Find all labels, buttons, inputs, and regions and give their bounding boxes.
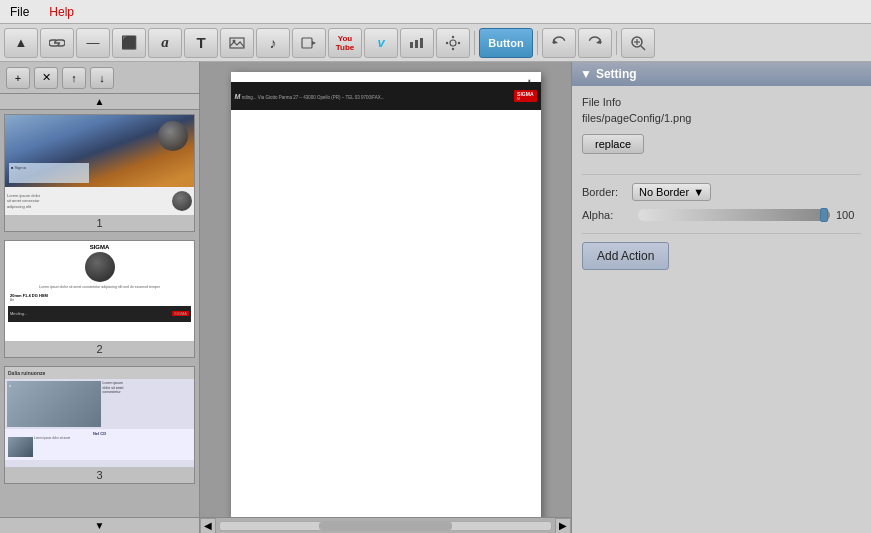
page-1-preview: ■ Sigma Lorem ipsum dolorsit amet consec… [5, 115, 194, 215]
svg-point-8 [450, 40, 456, 46]
scroll-left-btn[interactable]: ◀ [200, 518, 216, 534]
page-thumb-1[interactable]: ■ Sigma Lorem ipsum dolorsit amet consec… [4, 114, 195, 232]
svg-point-11 [446, 41, 448, 43]
page-2-num: 2 [5, 341, 194, 357]
svg-rect-3 [302, 38, 312, 48]
svg-line-16 [641, 46, 645, 50]
scroll-up-arrow[interactable]: ▲ [0, 94, 199, 110]
image-tool-btn[interactable] [220, 28, 254, 58]
main-toolbar: ▲ — ⬛ a T ♪ YouTube v Button [0, 24, 871, 62]
widget-tool-btn[interactable] [436, 28, 470, 58]
menu-help[interactable]: Help [45, 3, 78, 21]
text-tool-btn[interactable]: T [184, 28, 218, 58]
main-area: + ✕ ↑ ↓ ▲ ■ Sigma Lorem ipsum dolorsit a… [0, 62, 871, 533]
line-tool-btn[interactable]: — [76, 28, 110, 58]
file-info-label: File Info [582, 96, 861, 108]
page-canvas: SIGMA ┃ [231, 72, 541, 517]
svg-marker-14 [596, 39, 601, 44]
setting-section-header: ▼ Setting [572, 62, 871, 86]
pages-container[interactable]: ■ Sigma Lorem ipsum dolorsit amet consec… [0, 110, 199, 517]
alpha-value: 100 [836, 209, 861, 221]
menu-file[interactable]: File [6, 3, 33, 21]
youtube-tool-btn[interactable]: YouTube [328, 28, 362, 58]
svg-rect-1 [230, 38, 244, 48]
select-tool-btn[interactable]: ▲ [4, 28, 38, 58]
toolbar-separator-3 [616, 31, 617, 55]
menu-bar: File Help [0, 0, 871, 24]
button-tool-btn[interactable]: Button [479, 28, 533, 58]
vimeo-tool-btn[interactable]: v [364, 28, 398, 58]
zoom-btn[interactable] [621, 28, 655, 58]
page-thumb-2[interactable]: SIGMA Lorem ipsum dolor sit amet consect… [4, 240, 195, 358]
canvas-scroll-bottom: ◀ ▶ [200, 517, 571, 533]
delete-page-btn[interactable]: ✕ [34, 67, 58, 89]
scroll-right-btn[interactable]: ▶ [555, 518, 571, 534]
audio-tool-btn[interactable]: ♪ [256, 28, 290, 58]
scroll-down-arrow[interactable]: ▼ [0, 517, 199, 533]
svg-rect-5 [410, 42, 413, 48]
svg-point-2 [233, 39, 236, 42]
svg-rect-7 [420, 38, 423, 48]
svg-point-9 [452, 35, 454, 37]
undo-btn[interactable] [542, 28, 576, 58]
section-arrow-icon: ▼ [580, 67, 592, 81]
toolbar-separator-1 [474, 31, 475, 55]
alpha-slider[interactable] [638, 209, 830, 221]
alpha-thumb[interactable] [820, 208, 828, 222]
horizontal-scrollbar[interactable] [219, 521, 552, 531]
page-thumb-3[interactable]: Dalia ruinuonze ■ Lorem ipsumdolor sit a… [4, 366, 195, 484]
page-2-preview: SIGMA Lorem ipsum dolor sit amet consect… [5, 241, 194, 341]
add-page-btn[interactable]: + [6, 67, 30, 89]
page-2-lens [85, 252, 115, 282]
add-action-button[interactable]: Add Action [582, 242, 669, 270]
setting-panel-body: File Info files/pageConfig/1.png replace… [572, 86, 871, 280]
border-select[interactable]: No Border ▼ [632, 183, 711, 201]
section-title: Setting [596, 67, 637, 81]
toolbar-separator-2 [537, 31, 538, 55]
canvas-area: SIGMA ┃ [200, 62, 571, 533]
chart-tool-btn[interactable] [400, 28, 434, 58]
link-tool-btn[interactable] [40, 28, 74, 58]
svg-marker-13 [553, 39, 558, 44]
shape-tool-btn[interactable]: ⬛ [112, 28, 146, 58]
page-2-title: SIGMA [8, 244, 191, 250]
page-content: SIGMA ┃ [231, 72, 541, 110]
sigma-logo-badge: SIGMA M [514, 90, 536, 102]
page-panel-toolbar: + ✕ ↑ ↓ [0, 62, 199, 94]
page-3-num: 3 [5, 467, 194, 483]
page-1-num: 1 [5, 215, 194, 231]
border-value: No Border [639, 186, 689, 198]
move-down-btn[interactable]: ↓ [90, 67, 114, 89]
redo-btn[interactable] [578, 28, 612, 58]
footer-bar: M nding... Via Giotto Parma 27 – 43000 O… [231, 82, 541, 110]
divider-2 [582, 233, 861, 234]
border-label: Border: [582, 186, 632, 198]
alpha-row: Alpha: 100 [582, 209, 861, 221]
svg-point-12 [458, 41, 460, 43]
border-dropdown-icon: ▼ [693, 186, 704, 198]
svg-rect-6 [415, 40, 418, 48]
video-tool-btn[interactable] [292, 28, 326, 58]
right-panel: ▼ Setting File Info files/pageConfig/1.p… [571, 62, 871, 533]
svg-point-10 [452, 47, 454, 49]
border-row: Border: No Border ▼ [582, 183, 861, 201]
svg-marker-4 [312, 41, 316, 45]
canvas-wrapper[interactable]: SIGMA ┃ [200, 62, 571, 517]
move-up-btn[interactable]: ↑ [62, 67, 86, 89]
left-panel: + ✕ ↑ ↓ ▲ ■ Sigma Lorem ipsum dolorsit a… [0, 62, 200, 533]
divider-1 [582, 174, 861, 175]
replace-button[interactable]: replace [582, 134, 644, 154]
alpha-label: Alpha: [582, 209, 632, 221]
pen-tool-btn[interactable]: a [148, 28, 182, 58]
file-path-value: files/pageConfig/1.png [582, 112, 861, 124]
